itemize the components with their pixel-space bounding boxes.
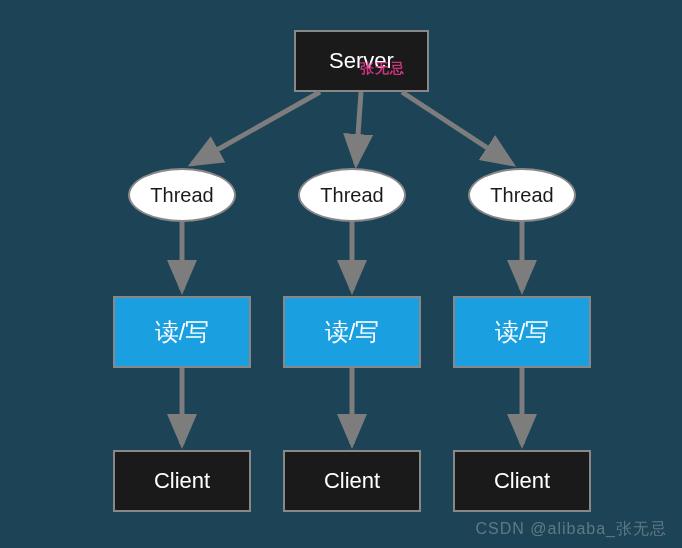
client-node-2: Client: [283, 450, 421, 512]
client-label: Client: [154, 468, 210, 494]
client-label: Client: [324, 468, 380, 494]
watermark-csdn: CSDN @alibaba_张无忌: [475, 519, 667, 540]
client-node-3: Client: [453, 450, 591, 512]
client-node-1: Client: [113, 450, 251, 512]
client-label: Client: [494, 468, 550, 494]
